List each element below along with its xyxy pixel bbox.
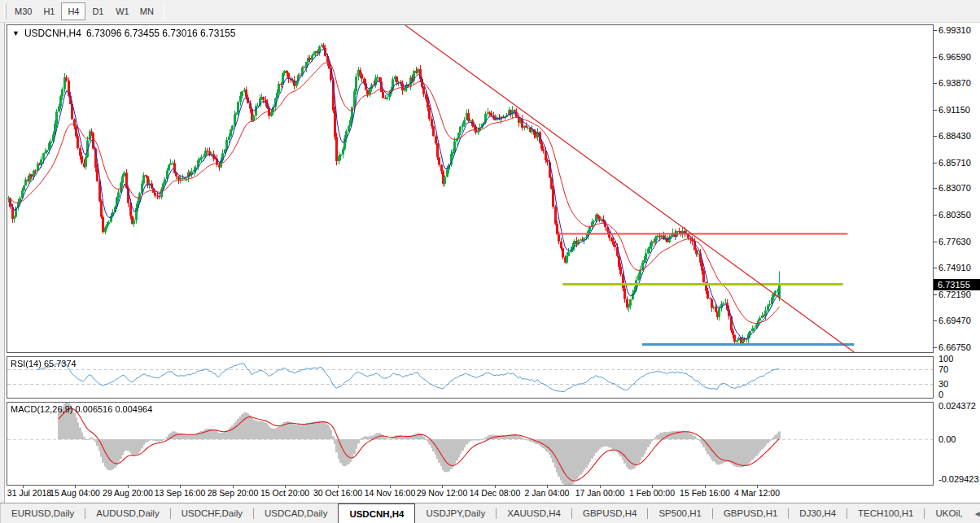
price-tick-mark — [934, 110, 937, 111]
price-tick-mark — [934, 320, 937, 321]
date-tick-label: 15 Oct 20:00 — [260, 488, 309, 498]
price-axis[interactable]: 6.73155 6.993106.965906.938706.911506.88… — [934, 23, 980, 486]
price-tick-mark — [934, 294, 937, 295]
macd-indicator-pane[interactable]: MACD(12,26,9) 0.006516 0.004964 — [7, 402, 934, 486]
tab-tech100-h1[interactable]: TECH100,H1 — [847, 503, 924, 523]
macd-axis-label: -0.029423 — [938, 474, 979, 484]
rsi-axis-label: 30 — [938, 379, 948, 389]
price-tick-label: 6.74910 — [938, 263, 971, 272]
tab-gbpusd-h1[interactable]: GBPUSD,H1 — [713, 503, 788, 523]
toolbar-grip[interactable] — [4, 3, 7, 20]
price-tick-label: 6.77630 — [938, 237, 971, 246]
workspace-left-edge — [0, 23, 5, 503]
price-tick-label: 6.88430 — [938, 131, 971, 141]
price-tick-mark — [934, 136, 937, 137]
timeframe-button-d1[interactable]: D1 — [85, 2, 110, 20]
price-tick-mark — [934, 188, 937, 189]
macd-canvas[interactable] — [7, 403, 933, 485]
price-tick-mark — [934, 268, 937, 268]
price-chart-pane[interactable]: ▼ USDCNH,H4 6.73096 6.73455 6.73016 6.73… — [7, 24, 934, 353]
tab-usdjpy-daily[interactable]: USDJPY,Daily — [415, 503, 496, 523]
tab-usdchf-daily[interactable]: USDCHF,Daily — [171, 503, 253, 523]
tab-sp500-h1[interactable]: SP500,H1 — [648, 503, 711, 523]
price-tick-label: 6.83070 — [938, 183, 971, 193]
price-tick-mark — [934, 30, 937, 31]
price-tick-mark — [934, 57, 937, 58]
price-tick-label: 6.72190 — [938, 290, 971, 299]
chart-ohlc-values: 6.73096 6.73455 6.73016 6.73155 — [86, 28, 236, 39]
price-tick-label: 6.91150 — [938, 105, 970, 115]
date-axis[interactable]: 31 Jul 201815 Aug 04:0029 Aug 20:0013 Se… — [7, 486, 934, 503]
date-tick-label: 15 Aug 04:00 — [50, 488, 100, 498]
tab-audusd-daily[interactable]: AUDUSD,Daily — [85, 503, 169, 523]
rsi-axis-label: 0 — [938, 390, 943, 399]
timeframe-buttons: M30H1H4D1W1MN — [10, 2, 159, 20]
price-tick-label: 6.85710 — [938, 158, 971, 168]
rsi-indicator-pane[interactable]: RSI(14) 65.7374 — [7, 356, 934, 399]
tab-usdcnh-h4[interactable]: USDCNH,H4 — [338, 503, 415, 523]
candlestick-chart-canvas[interactable] — [7, 25, 933, 352]
timeframe-toolbar: M30H1H4D1W1MN — [0, 0, 980, 23]
rsi-axis-label: 100 — [938, 354, 953, 364]
tab-scroll-left-icon[interactable]: ◄ — [973, 509, 980, 518]
price-tick-label: 6.99310 — [938, 25, 971, 35]
date-tick-label: 28 Sep 20:00 — [208, 488, 258, 498]
current-price-tag: 6.73155 — [934, 279, 980, 290]
timeframe-button-h1[interactable]: H1 — [37, 2, 61, 20]
tab-usdcad-daily[interactable]: USDCAD,Daily — [254, 503, 338, 523]
macd-label: MACD(12,26,9) 0.006516 0.004964 — [11, 404, 152, 414]
price-tick-mark — [934, 347, 937, 348]
tab-ukoil[interactable]: UKOil, — [925, 503, 973, 523]
price-tick-label: 6.93870 — [938, 78, 971, 88]
price-tick-mark — [934, 242, 937, 242]
tab-scroll-arrows: ◄ ► — [973, 503, 980, 523]
price-tick-label: 6.69470 — [938, 316, 971, 325]
timeframe-button-w1[interactable]: W1 — [110, 2, 134, 20]
date-tick-label: 14 Dec 08:00 — [470, 488, 520, 498]
rsi-canvas[interactable] — [7, 357, 933, 398]
chart-workspace: ▼ USDCNH,H4 6.73096 6.73455 6.73016 6.73… — [0, 23, 980, 503]
macd-axis-label: 0.024372 — [938, 401, 976, 411]
date-tick-label: 31 Jul 2018 — [7, 488, 51, 498]
tab-dj30-h4[interactable]: DJ30,H4 — [789, 503, 847, 523]
timeframe-button-m30[interactable]: M30 — [10, 2, 37, 20]
price-tick-label: 6.96590 — [938, 52, 971, 62]
price-tick-mark — [934, 83, 937, 84]
rsi-label: RSI(14) 65.7374 — [11, 359, 77, 368]
date-tick-label: 29 Nov 12:00 — [417, 488, 467, 498]
price-tick-mark — [934, 163, 937, 163]
date-tick-label: 30 Oct 16:00 — [313, 488, 362, 498]
date-tick-label: 14 Nov 16:00 — [365, 488, 415, 498]
price-tick-label: 6.80350 — [938, 210, 971, 220]
symbol-dropdown-icon[interactable]: ▼ — [12, 29, 20, 37]
date-tick-label: 1 Feb 00:00 — [629, 488, 675, 498]
price-tick-mark — [934, 215, 937, 216]
chart-tab-bar: EURUSD,DailyAUDUSD,DailyUSDCHF,DailyUSDC… — [0, 503, 980, 523]
tabs-host: EURUSD,DailyAUDUSD,DailyUSDCHF,DailyUSDC… — [1, 503, 973, 523]
date-tick-label: 2 Jan 04:00 — [525, 488, 570, 498]
timeframe-button-h4[interactable]: H4 — [61, 2, 85, 20]
toolbar-separator — [164, 3, 164, 20]
chart-symbol-label: USDCNH,H4 — [24, 28, 81, 39]
tab-gbpusd-h4[interactable]: GBPUSD,H4 — [572, 503, 647, 523]
tab-eurusd-daily[interactable]: EURUSD,Daily — [1, 503, 85, 523]
date-tick-label: 17 Jan 00:00 — [575, 488, 625, 498]
date-tick-label: 15 Feb 16:00 — [680, 488, 730, 498]
date-tick-label: 4 Mar 12:00 — [734, 488, 780, 498]
date-tick-label: 13 Sep 16:00 — [155, 488, 205, 498]
macd-axis-label: 0.00 — [938, 434, 956, 444]
timeframe-button-mn[interactable]: MN — [134, 2, 159, 20]
tab-xauusd-h4[interactable]: XAUUSD,H4 — [497, 503, 571, 523]
chart-title: ▼ USDCNH,H4 6.73096 6.73455 6.73016 6.73… — [12, 28, 235, 39]
trading-app-window: M30H1H4D1W1MN ▼ USDCNH,H4 6.73096 6.7345… — [0, 0, 980, 523]
price-tick-label: 6.66750 — [938, 342, 971, 352]
rsi-axis-label: 70 — [938, 364, 948, 374]
date-tick-label: 29 Aug 20:00 — [103, 488, 153, 498]
